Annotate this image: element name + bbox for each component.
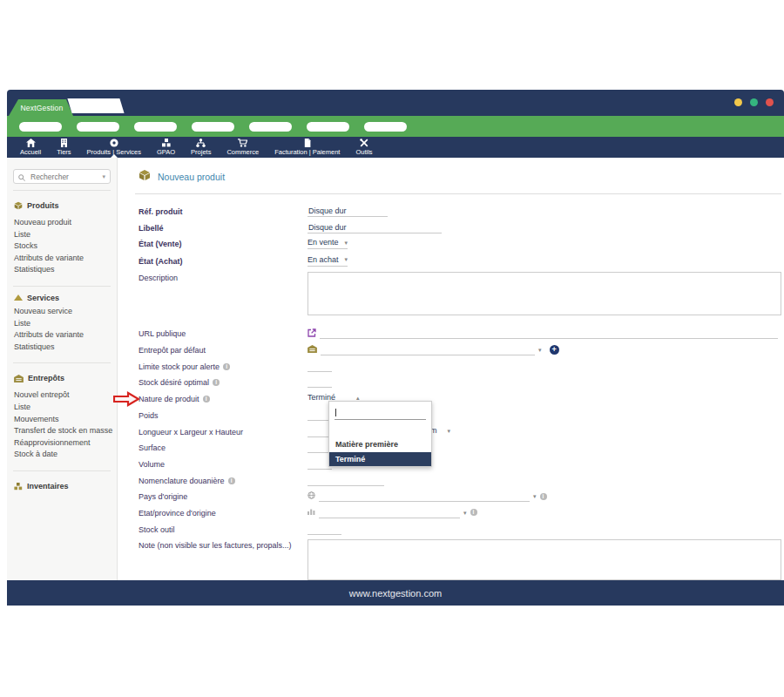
sidebar-item-liste[interactable]: Liste	[7, 229, 117, 241]
topmenu-pill[interactable]	[134, 122, 177, 132]
app-window: NextGestion Accueil Tiers	[7, 90, 784, 606]
topmenu-pill[interactable]	[192, 122, 234, 132]
limite-stock-input[interactable]	[308, 361, 332, 372]
sidebar-item-reapprovisionnement[interactable]: Réapprovisionnement	[7, 437, 117, 450]
window-dot-yellow[interactable]	[734, 98, 742, 106]
description-textarea[interactable]	[308, 272, 781, 315]
sidebar-item-statistiques[interactable]: Statistiques	[7, 264, 117, 276]
nav-item-label: Commerce	[226, 148, 259, 156]
form-row-dimensions: Longueur x Largeur x Hauteur x x m ▾	[139, 426, 781, 443]
search-icon	[18, 169, 25, 185]
stock-optimal-input[interactable]	[308, 376, 332, 388]
form-row-libelle: Libellé	[139, 222, 781, 239]
dropdown-option-termine[interactable]: Terminé	[329, 452, 431, 466]
field-label: Etat/province d'origine	[139, 507, 308, 518]
nav-item-gpao[interactable]: GPAO	[149, 137, 183, 158]
field-label: Entrepôt par défaut	[139, 344, 308, 355]
sidebar-section-title[interactable]: Produits	[7, 198, 117, 213]
url-publique-input[interactable]	[320, 328, 778, 339]
topmenu-pill[interactable]	[19, 122, 62, 132]
sidebar-item-attributs[interactable]: Attributs de variante	[7, 253, 117, 265]
etat-achat-select[interactable]: En achat ▾	[308, 255, 348, 267]
entrepot-select-input[interactable]	[321, 344, 535, 355]
cubes-icon	[162, 139, 171, 147]
field-label: Note (non visible sur les factures, prop…	[139, 539, 308, 550]
stock-outil-input[interactable]	[308, 524, 341, 535]
chevron-down-icon: ▾	[344, 256, 348, 262]
libelle-input[interactable]	[308, 222, 442, 233]
chevron-down-icon[interactable]: ▾	[463, 510, 467, 516]
form-row-nomenclature: Nomenclature douanièrei	[139, 475, 781, 491]
sidebar-section-title[interactable]: Entrepôts	[7, 370, 117, 386]
pays-origine-select-input[interactable]	[319, 491, 530, 502]
form-row-note: Note (non visible sur les factures, prop…	[139, 539, 781, 580]
field-label: Surface	[139, 442, 308, 452]
sidebar-section-inventaires: Inventaires	[7, 471, 117, 501]
sidebar-item-liste[interactable]: Liste	[7, 402, 117, 414]
warehouse-icon	[308, 345, 317, 355]
nomenclature-input[interactable]	[308, 475, 384, 486]
main-panel: Nouveau produit Réf. produit Libellé Éta…	[118, 158, 784, 580]
nav-item-label: Projets	[191, 148, 211, 156]
sidebar-item-transfert-stock[interactable]: Transfert de stock en masse	[7, 425, 117, 437]
cart-icon	[238, 139, 247, 147]
nav-item-outils[interactable]: Outils	[348, 137, 380, 158]
field-label: Limite stock pour alerte	[139, 362, 220, 371]
chevron-down-icon[interactable]: ▾	[533, 493, 537, 499]
dropdown-option-empty[interactable]	[329, 420, 431, 437]
nav-item-tiers[interactable]: Tiers	[49, 137, 78, 158]
logo-slab-shape	[67, 98, 124, 113]
nav-item-facturation[interactable]: Facturation | Paiement	[267, 137, 348, 158]
service-triangle-icon	[14, 294, 23, 301]
search-input[interactable]	[29, 172, 98, 182]
sidebar-item-attributs[interactable]: Attributs de variante	[7, 329, 117, 342]
topmenu-pill[interactable]	[249, 122, 292, 132]
sidebar-item-statistiques[interactable]: Statistiques	[7, 342, 117, 354]
module-menu-bar: Accueil Tiers Produits | Services GPAO	[7, 137, 784, 158]
longueur-input[interactable]	[308, 426, 328, 437]
note-textarea[interactable]	[308, 539, 781, 580]
window-dot-green[interactable]	[750, 98, 758, 106]
nav-item-produits-services[interactable]: Produits | Services	[79, 137, 149, 158]
search-caret-icon[interactable]: ▾	[102, 173, 105, 180]
sidebar-item-stock-a-date[interactable]: Stock à date	[7, 449, 117, 461]
brand-logo[interactable]: NextGestion	[9, 99, 75, 116]
window-dot-red[interactable]	[766, 98, 774, 106]
red-annotation-arrow	[113, 391, 140, 409]
sidebar-item-stocks[interactable]: Stocks	[7, 240, 117, 253]
sidebar-item-nouveau-service[interactable]: Nouveau service	[7, 306, 117, 318]
dimension-unit-select[interactable]: m ▾	[430, 426, 450, 436]
form-row-stock-optimal: Stock désiré optimali	[139, 376, 781, 393]
topmenu-pill[interactable]	[364, 122, 407, 132]
external-link-icon[interactable]	[308, 328, 316, 339]
page-header: Nouveau produit	[139, 169, 781, 185]
field-label: URL publique	[139, 328, 308, 338]
sidebar-section-title[interactable]: Services	[7, 294, 117, 302]
product-icon	[110, 139, 118, 147]
field-label: État (Achat)	[139, 255, 308, 266]
ref-produit-input[interactable]	[308, 206, 388, 217]
sidebar-item-liste[interactable]: Liste	[7, 318, 117, 330]
info-icon: i	[213, 379, 220, 386]
add-entrepot-button[interactable]: +	[550, 345, 559, 355]
dropdown-option-matiere-premiere[interactable]: Matière première	[329, 437, 431, 451]
nav-item-projets[interactable]: Projets	[183, 137, 219, 158]
etat-province-select-input[interactable]	[319, 507, 460, 518]
field-label: Stock désiré optimal	[139, 378, 209, 387]
chevron-down-icon[interactable]: ▾	[538, 347, 542, 353]
active-tab-indicator	[111, 154, 118, 158]
nav-item-label: Tiers	[57, 148, 71, 156]
sidebar-section-produits: Produits Nouveau produit Liste Stocks At…	[7, 191, 117, 280]
sidebar-item-nouvel-entrepot[interactable]: Nouvel entrepôt	[7, 389, 117, 402]
nav-item-commerce[interactable]: Commerce	[219, 137, 267, 158]
dropdown-search-input[interactable]	[336, 408, 426, 418]
sidebar-item-nouveau-produit[interactable]: Nouveau produit	[7, 217, 117, 229]
sidebar-item-mouvements[interactable]: Mouvements	[7, 414, 117, 426]
footer-link[interactable]: www.nextgestion.com	[349, 588, 442, 599]
sitemap-icon	[196, 139, 206, 147]
nav-item-accueil[interactable]: Accueil	[12, 137, 49, 158]
etat-vente-select[interactable]: En vente ▾	[308, 238, 348, 249]
topmenu-pill[interactable]	[77, 122, 119, 132]
topmenu-pill[interactable]	[307, 122, 349, 132]
sidebar-section-title[interactable]: Inventaires	[7, 478, 117, 494]
